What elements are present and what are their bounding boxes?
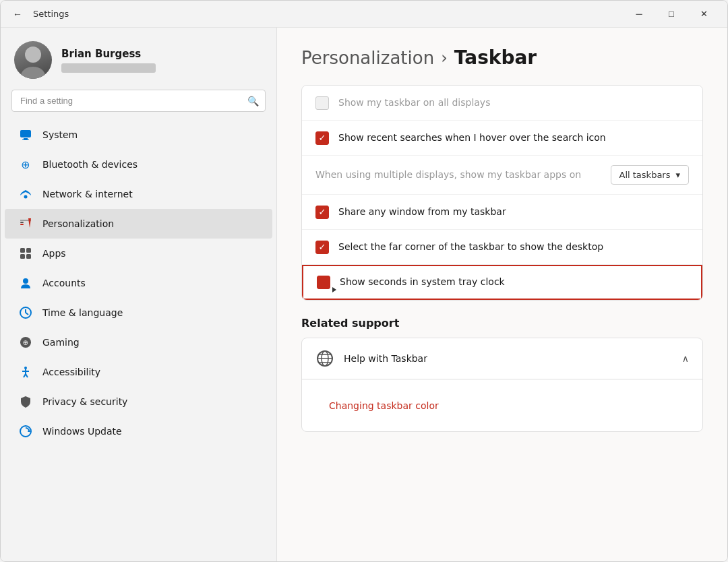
- svg-point-6: [24, 195, 28, 199]
- breadcrumb: Personalization › Taskbar: [301, 46, 703, 69]
- support-card: Help with Taskbar ∧ Changing taskbar col…: [301, 338, 703, 432]
- user-section: Brian Burgess: [1, 28, 276, 90]
- sidebar-item-accounts[interactable]: Accounts: [5, 268, 272, 298]
- nav-list: System ⊕ Bluetooth & devices Network & i…: [1, 120, 276, 446]
- setting-label-share-window: Share any window from my taskbar: [338, 206, 689, 219]
- help-taskbar-label: Help with Taskbar: [344, 353, 427, 364]
- svg-point-15: [23, 278, 28, 284]
- personalization-icon: [18, 216, 33, 231]
- sidebar-item-time[interactable]: Time & language: [5, 298, 272, 327]
- back-button[interactable]: ←: [9, 6, 26, 22]
- svg-text:⊕: ⊕: [23, 339, 28, 346]
- sidebar-item-gaming[interactable]: ⊕ Gaming: [5, 327, 272, 357]
- sidebar-item-network-label: Network & internet: [42, 189, 133, 199]
- multi-display-dropdown[interactable]: All taskbars ▾: [611, 165, 689, 185]
- sidebar-item-bluetooth[interactable]: ⊕ Bluetooth & devices: [5, 150, 272, 179]
- bluetooth-icon: ⊕: [18, 157, 33, 172]
- setting-row-show-recent-searches: Show recent searches when I hover over t…: [302, 121, 702, 156]
- title-bar: ← Settings ─ □ ✕: [1, 1, 727, 28]
- sidebar-item-update[interactable]: Windows Update: [5, 416, 272, 446]
- svg-point-1: [21, 67, 45, 79]
- sidebar-item-gaming-label: Gaming: [42, 337, 80, 348]
- accounts-icon: [18, 276, 33, 290]
- update-icon: [18, 424, 33, 439]
- sidebar-item-personalization[interactable]: Personalization: [5, 209, 272, 239]
- avatar: [14, 41, 52, 79]
- sidebar: Brian Burgess 🔍 System: [1, 28, 277, 561]
- close-button[interactable]: ✕: [688, 3, 719, 25]
- checkbox-show-recent-searches[interactable]: [315, 131, 329, 145]
- settings-list: Show my taskbar on all displays Show rec…: [301, 85, 703, 301]
- setting-label-show-recent-searches: Show recent searches when I hover over t…: [338, 131, 689, 145]
- gaming-icon: ⊕: [18, 335, 33, 350]
- support-link-row[interactable]: Changing taskbar color: [302, 379, 702, 431]
- breadcrumb-separator: ›: [441, 49, 448, 67]
- setting-row-multi-display: When using multiple displays, show my ta…: [302, 156, 702, 195]
- checkbox-show-seconds[interactable]: [317, 276, 330, 289]
- sidebar-item-privacy-label: Privacy & security: [42, 396, 127, 407]
- sidebar-item-update-label: Windows Update: [42, 426, 122, 437]
- sidebar-item-bluetooth-label: Bluetooth & devices: [42, 159, 138, 170]
- user-name: Brian Burgess: [61, 48, 156, 60]
- sidebar-item-personalization-label: Personalization: [42, 218, 114, 229]
- chevron-down-icon: ▾: [675, 170, 680, 180]
- related-support-section: Related support: [301, 317, 703, 432]
- related-support-title: Related support: [301, 317, 703, 330]
- svg-line-18: [26, 313, 28, 315]
- checkbox-share-window[interactable]: [315, 206, 329, 219]
- sidebar-item-accessibility[interactable]: Accessibility: [5, 357, 272, 387]
- settings-window: ← Settings ─ □ ✕: [0, 0, 728, 562]
- support-row-help-taskbar[interactable]: Help with Taskbar ∧: [302, 338, 702, 379]
- breadcrumb-parent: Personalization: [301, 48, 434, 68]
- sidebar-item-time-label: Time & language: [42, 307, 123, 318]
- search-box: 🔍: [11, 90, 266, 112]
- search-icon: 🔍: [247, 96, 259, 106]
- sidebar-item-accessibility-label: Accessibility: [42, 367, 100, 377]
- network-icon: [18, 187, 33, 201]
- setting-row-far-corner: Select the far corner of the taskbar to …: [302, 230, 702, 265]
- svg-point-21: [24, 367, 27, 369]
- sidebar-item-privacy[interactable]: Privacy & security: [5, 387, 272, 416]
- help-taskbar-icon: [315, 349, 334, 368]
- system-icon: [18, 127, 33, 142]
- svg-rect-3: [24, 138, 28, 139]
- svg-rect-4: [22, 139, 29, 140]
- apps-icon: [18, 246, 33, 261]
- svg-point-0: [25, 46, 41, 63]
- setting-label-far-corner: Select the far corner of the taskbar to …: [338, 241, 689, 254]
- privacy-icon: [18, 394, 33, 409]
- title-bar-left: ← Settings: [9, 6, 69, 22]
- sidebar-item-network[interactable]: Network & internet: [5, 179, 272, 209]
- sidebar-item-system-label: System: [42, 129, 78, 140]
- minimize-button[interactable]: ─: [624, 3, 655, 25]
- sidebar-item-accounts-label: Accounts: [42, 278, 86, 288]
- sidebar-item-apps[interactable]: Apps: [5, 239, 272, 268]
- window-controls: ─ □ ✕: [624, 3, 719, 25]
- checkbox-show-taskbar-all[interactable]: [315, 96, 329, 110]
- user-email-blurred: [61, 63, 156, 73]
- svg-text:⊕: ⊕: [21, 158, 30, 171]
- svg-rect-14: [26, 254, 31, 259]
- svg-rect-7: [20, 224, 24, 225]
- svg-rect-8: [20, 222, 24, 223]
- sidebar-item-system[interactable]: System: [5, 120, 272, 150]
- svg-rect-11: [20, 248, 25, 253]
- svg-marker-10: [28, 218, 31, 228]
- svg-rect-13: [20, 254, 25, 259]
- setting-row-show-taskbar-all: Show my taskbar on all displays: [302, 86, 702, 121]
- svg-line-25: [26, 374, 28, 377]
- checkbox-far-corner[interactable]: [315, 241, 329, 254]
- breadcrumb-current: Taskbar: [454, 46, 537, 69]
- search-input[interactable]: [11, 90, 266, 112]
- dropdown-value: All taskbars: [619, 170, 671, 180]
- time-icon: [18, 305, 33, 320]
- svg-rect-12: [26, 248, 31, 253]
- setting-label-show-seconds: Show seconds in system tray clock: [340, 276, 688, 289]
- maximize-button[interactable]: □: [656, 3, 687, 25]
- setting-row-show-seconds: Show seconds in system tray clock: [302, 265, 702, 300]
- changing-taskbar-color-link[interactable]: Changing taskbar color: [315, 391, 452, 420]
- window-title: Settings: [33, 9, 69, 19]
- main-area: Brian Burgess 🔍 System: [1, 28, 727, 561]
- accessibility-icon: [18, 365, 33, 379]
- sidebar-item-apps-label: Apps: [42, 248, 66, 259]
